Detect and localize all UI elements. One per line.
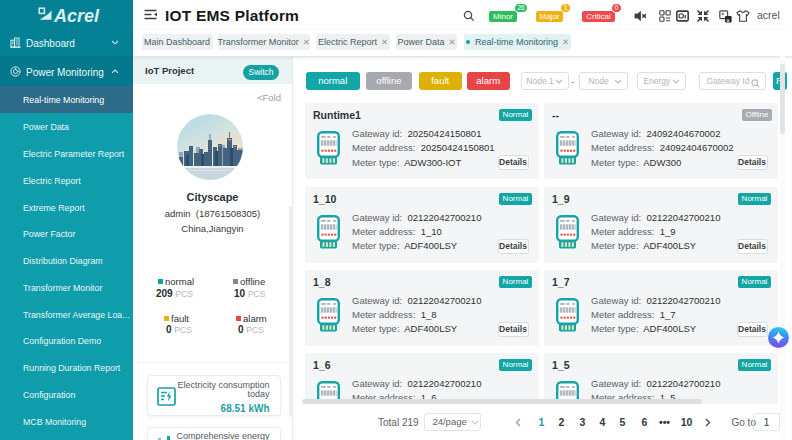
svg-text:Acrel: Acrel [53,6,100,26]
svg-text:a: a [727,17,730,23]
